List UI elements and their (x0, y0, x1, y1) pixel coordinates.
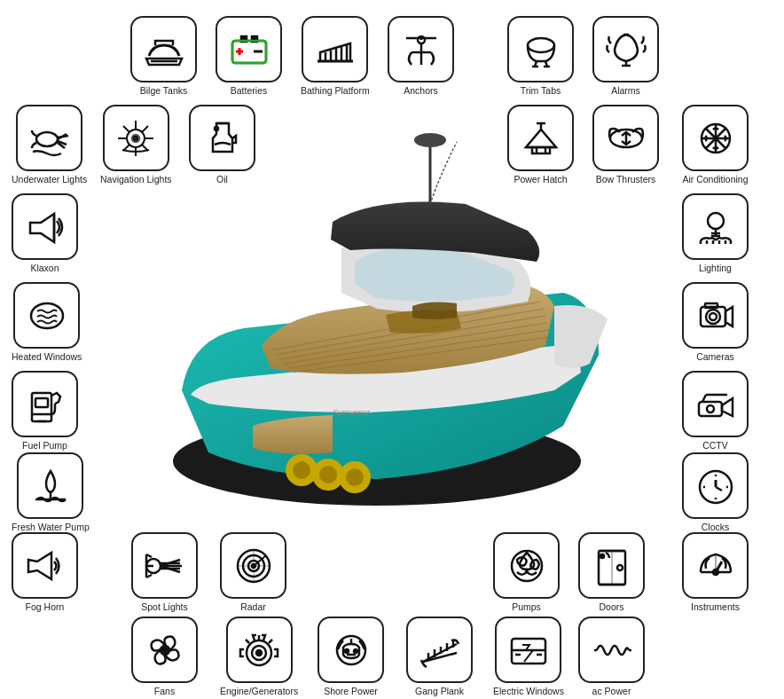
icon-label-underwater-lights: Underwater Lights (12, 174, 87, 185)
svg-rect-72 (699, 402, 722, 416)
icon-item-doors[interactable]: Doors (578, 532, 645, 613)
svg-point-41 (215, 127, 218, 130)
icon-label-bow-thrusters: Bow Thrusters (596, 174, 656, 185)
icon-box-cameras (682, 282, 749, 349)
icon-label-radar: Radar (240, 601, 266, 613)
icon-label-navigation-lights: Navigation Lights (100, 174, 172, 185)
icon-box-trim-tabs (507, 16, 574, 82)
icon-label-air-conditioning: Air Conditioning (682, 174, 748, 185)
icon-item-batteries[interactable]: Batteries (216, 16, 282, 97)
svg-point-53 (708, 213, 724, 229)
icon-item-trim-tabs[interactable]: Trim Tabs (507, 16, 574, 97)
svg-point-8 (414, 133, 446, 147)
icon-item-anchors[interactable]: Anchors (388, 16, 454, 97)
icon-item-radar[interactable]: Radar (220, 532, 286, 613)
svg-point-75 (707, 405, 714, 412)
icon-box-doors (578, 532, 645, 599)
svg-point-63 (31, 303, 63, 328)
icon-label-spot-lights: Spot Lights (141, 601, 188, 613)
icon-box-fuel-pump (12, 371, 78, 437)
svg-point-110 (162, 648, 168, 653)
icon-item-shore-power[interactable]: Shore Power (318, 617, 384, 697)
icon-box-clocks (682, 452, 749, 519)
icon-box-radar (220, 532, 286, 599)
icon-item-lighting[interactable]: Lighting (682, 193, 749, 274)
svg-point-100 (617, 565, 623, 570)
icon-item-bilge-tanks[interactable]: Bilge Tanks (130, 16, 197, 97)
main-page: Sunrunner Bilge Tanks Batteries Bathing … (0, 0, 784, 699)
svg-rect-69 (35, 398, 48, 407)
icon-box-alarms (592, 16, 659, 82)
icon-label-fuel-pump: Fuel Pump (22, 440, 67, 452)
icon-box-spot-lights (131, 532, 198, 599)
icon-item-underwater-lights[interactable]: Underwater Lights (12, 105, 87, 185)
icon-item-cctv[interactable]: CCTV (682, 371, 749, 452)
icon-item-fans[interactable]: Fans (131, 617, 198, 697)
icon-label-electric-windows: Electric Windows (493, 686, 564, 697)
icon-item-power-hatch[interactable]: Power Hatch (507, 105, 574, 185)
icon-label-gang-plank: Gang Plank (415, 686, 464, 697)
icon-label-fog-horn: Fog Horn (26, 601, 65, 613)
icon-box-gang-plank (406, 617, 473, 683)
svg-point-108 (713, 569, 718, 575)
icon-item-bathing-platform[interactable]: Bathing Platform (301, 16, 370, 97)
icon-box-batteries (216, 16, 282, 82)
svg-point-30 (528, 38, 554, 52)
icon-label-ac-power: ac Power (592, 686, 631, 697)
svg-point-102 (600, 554, 604, 558)
icon-label-shore-power: Shore Power (324, 686, 378, 697)
icon-item-navigation-lights[interactable]: Navigation Lights (100, 105, 172, 185)
icon-label-pumps: Pumps (512, 601, 541, 613)
icon-box-electric-windows (495, 617, 561, 683)
svg-point-96 (512, 551, 542, 581)
svg-point-66 (710, 313, 717, 320)
icon-box-cctv (682, 371, 749, 437)
icon-item-spot-lights[interactable]: Spot Lights (131, 532, 198, 613)
icon-box-heated-windows (13, 282, 80, 349)
icon-item-alarms[interactable]: Alarms (592, 16, 659, 97)
icon-box-lighting (682, 193, 749, 260)
icon-item-electric-windows[interactable]: Electric Windows (493, 617, 564, 697)
svg-rect-67 (705, 303, 717, 308)
icon-item-bow-thrusters[interactable]: Bow Thrusters (592, 105, 659, 185)
icon-item-klaxon[interactable]: Klaxon (12, 193, 78, 274)
icon-box-air-conditioning (682, 105, 749, 171)
icon-box-navigation-lights (103, 105, 169, 171)
icon-item-gang-plank[interactable]: Gang Plank (406, 617, 473, 697)
icon-label-instruments: Instruments (691, 601, 740, 613)
icon-label-doors: Doors (599, 601, 623, 613)
svg-point-10 (293, 461, 310, 479)
icon-box-shore-power (318, 617, 384, 683)
icon-box-ac-power (578, 617, 645, 683)
icon-item-pumps[interactable]: Pumps (493, 532, 560, 613)
icon-item-oil[interactable]: Oil (189, 105, 255, 185)
icon-box-bathing-platform (302, 16, 368, 82)
icon-item-fresh-water-pump[interactable]: Fresh Water Pump (12, 452, 90, 533)
icon-item-instruments[interactable]: Instruments (682, 532, 749, 613)
icon-item-heated-windows[interactable]: Heated Windows (12, 282, 82, 363)
icon-item-fuel-pump[interactable]: Fuel Pump (12, 371, 78, 452)
icon-item-ac-power[interactable]: ac Power (578, 617, 645, 697)
icon-item-engine-generators[interactable]: Engine/Generators (220, 617, 298, 697)
icon-label-trim-tabs: Trim Tabs (521, 85, 561, 97)
svg-point-12 (319, 466, 337, 483)
icon-label-lighting: Lighting (699, 263, 732, 274)
icon-label-batteries: Batteries (231, 85, 267, 97)
svg-point-36 (36, 132, 58, 146)
icon-box-power-hatch (507, 105, 574, 171)
icon-box-fog-horn (12, 532, 78, 599)
icon-label-engine-generators: Engine/Generators (220, 686, 298, 697)
icon-item-air-conditioning[interactable]: Air Conditioning (682, 105, 749, 185)
icon-item-fog-horn[interactable]: Fog Horn (12, 532, 78, 613)
icon-box-underwater-lights (16, 105, 82, 171)
icon-box-bilge-tanks (130, 16, 197, 82)
icon-label-heated-windows: Heated Windows (12, 351, 82, 363)
icon-item-clocks[interactable]: Clocks (682, 452, 749, 533)
svg-point-116 (354, 649, 357, 653)
icon-label-alarms: Alarms (611, 85, 640, 97)
icon-item-cameras[interactable]: Cameras (682, 282, 749, 363)
svg-point-115 (345, 649, 349, 653)
svg-point-65 (706, 310, 720, 324)
icon-label-bathing-platform: Bathing Platform (301, 85, 370, 97)
icon-label-cameras: Cameras (696, 351, 734, 363)
